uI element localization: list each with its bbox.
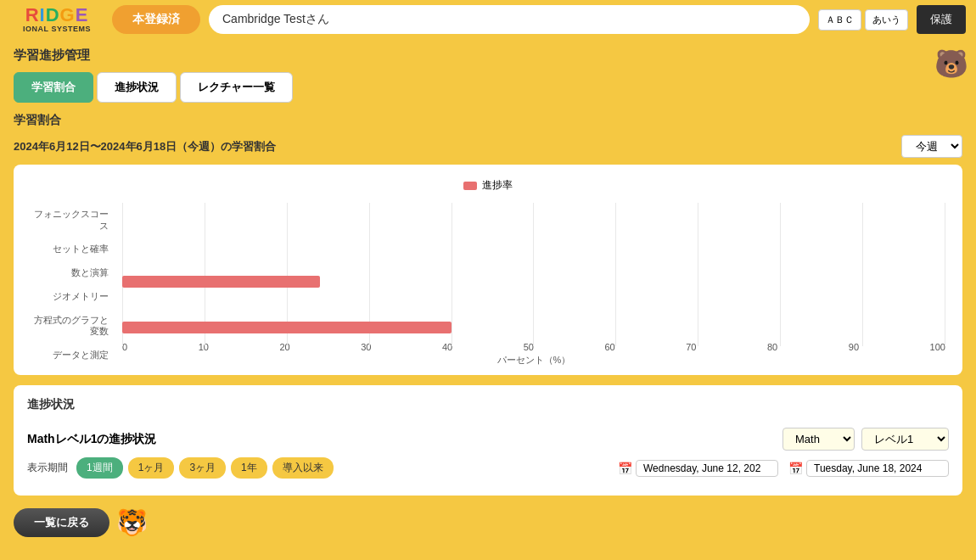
bar-row-4 <box>122 229 945 244</box>
bar-fill-2 <box>122 276 320 288</box>
date-from-input[interactable] <box>636 460 778 477</box>
date-range-text: 2024年6月12日〜2024年6月18日（今週）の学習割合 <box>14 139 276 154</box>
logo-letter-r: R <box>25 4 40 25</box>
back-button[interactable]: 一覧に戻る <box>14 508 109 537</box>
x-label-30: 30 <box>361 342 371 352</box>
logo: RIDGE IONAL SYSTEMS <box>10 6 104 33</box>
progress-header: 進捗状況 <box>27 397 949 419</box>
x-label-0: 0 <box>122 342 127 352</box>
mascot-emoji: 🐯 <box>116 507 148 537</box>
tab-progress[interactable]: 進捗状況 <box>97 72 177 103</box>
date-filter-row: 2024年6月12日〜2024年6月18日（今週）の学習割合 今週 <box>14 135 962 158</box>
progress-subtitle: Mathレベル1の進捗状況 <box>27 432 156 447</box>
subject-select[interactable]: Math <box>782 428 855 451</box>
date-to-item: 📅 <box>788 460 949 477</box>
header: RIDGE IONAL SYSTEMS 本登録済 Cambridge Testさ… <box>0 0 976 39</box>
y-label-6: データと測定 <box>31 350 109 361</box>
x-label-20: 20 <box>279 342 289 352</box>
logo-subtitle: IONAL SYSTEMS <box>23 25 91 33</box>
x-label-60: 60 <box>604 342 614 352</box>
logo-letter-g: G <box>60 4 76 25</box>
progress-panel: 進捗状況 Mathレベル1の進捗状況 Math レベル1 表示期間 1週間 1ヶ… <box>14 385 962 496</box>
page-section-title: 学習進捗管理 <box>14 48 962 64</box>
bar-row-3 <box>122 252 945 267</box>
bar-fill-0 <box>122 322 452 333</box>
bar-row-1 <box>122 297 945 312</box>
period-1month[interactable]: 1ヶ月 <box>128 457 175 479</box>
date-range-row: 📅 📅 <box>618 460 949 477</box>
chart-area: データと測定 方程式のグラフと変数 ジオメトリー 数と演算 セットと確率 フォニ… <box>31 203 945 367</box>
logo-letter-d: D <box>46 4 60 25</box>
date-from-item: 📅 <box>618 460 778 477</box>
legend-label: 進捗率 <box>482 178 513 193</box>
x-label-40: 40 <box>442 342 452 352</box>
x-axis-title: パーセント（%） <box>122 354 945 367</box>
search-text: Cambridge Testさん <box>222 12 796 27</box>
page-content: 🐻 学習進捗管理 学習割合 進捗状況 レクチャー一覧 学習割合 2024年6月1… <box>0 39 976 551</box>
chart-y-labels: データと測定 方程式のグラフと変数 ジオメトリー 数と演算 セットと確率 フォニ… <box>31 203 115 367</box>
tabs-row: 学習割合 進捗状況 レクチャー一覧 <box>14 72 962 103</box>
period-select[interactable]: 今週 <box>901 135 962 158</box>
y-label-5: 方程式のグラフと変数 <box>31 315 109 337</box>
x-label-70: 70 <box>686 342 696 352</box>
progress-section-title: 進捗状況 <box>27 397 75 412</box>
lang-aiueo-button[interactable]: あいう <box>865 9 908 31</box>
tab-study-ratio[interactable]: 学習割合 <box>14 72 93 103</box>
y-label-1: フォニックスコース <box>31 209 109 231</box>
logo-text: RIDGE <box>25 6 89 25</box>
chart-bars-area: 0 10 20 30 40 50 60 70 80 90 100 パーセント（%… <box>122 203 945 367</box>
main-register-button[interactable]: 本登録済 <box>112 5 200 34</box>
y-label-4: ジオメトリー <box>31 291 109 302</box>
date-to-input[interactable] <box>806 460 949 477</box>
chart-legend: 進捗率 <box>31 178 945 193</box>
period-3months[interactable]: 3ヶ月 <box>179 457 226 479</box>
x-label-100: 100 <box>930 342 945 352</box>
x-label-50: 50 <box>524 342 534 352</box>
search-bar: Cambridge Testさん <box>209 5 810 34</box>
legend-color-dot <box>463 182 477 190</box>
calendar-from-icon: 📅 <box>618 462 632 475</box>
bar-row-0 <box>122 320 945 335</box>
x-label-10: 10 <box>199 342 209 352</box>
chart-panel: 進捗率 データと測定 方程式のグラフと変数 ジオメトリー 数と演算 セットと確率… <box>14 165 962 375</box>
bars-container <box>122 203 945 339</box>
logo-letter-e: E <box>76 4 89 25</box>
hokan-button[interactable]: 保護 <box>917 5 966 34</box>
period-buttons-row: 表示期間 1週間 1ヶ月 3ヶ月 1年 導入以来 📅 📅 <box>27 457 949 479</box>
x-label-80: 80 <box>767 342 777 352</box>
x-label-90: 90 <box>849 342 859 352</box>
period-1week[interactable]: 1週間 <box>76 457 123 479</box>
progress-controls: Math レベル1 <box>782 428 949 451</box>
bar-row-5 <box>122 206 945 221</box>
period-since-intro[interactable]: 導入以来 <box>272 457 334 479</box>
period-1year[interactable]: 1年 <box>231 457 267 479</box>
y-label-2: セットと確率 <box>31 244 109 255</box>
chart-x-labels: 0 10 20 30 40 50 60 70 80 90 100 <box>122 342 945 352</box>
bar-row-2 <box>122 274 945 289</box>
logo-letter-i: I <box>40 4 46 25</box>
language-buttons: ＡＢＣ あいう <box>818 9 908 31</box>
avatar-emoji: 🐻 <box>934 48 968 80</box>
study-ratio-subtitle: 学習割合 <box>14 113 962 128</box>
level-select[interactable]: レベル1 <box>861 428 949 451</box>
calendar-to-icon: 📅 <box>788 462 803 475</box>
lang-abc-button[interactable]: ＡＢＣ <box>818 9 861 31</box>
y-label-3: 数と演算 <box>31 267 109 278</box>
main-layout: 🐻 学習進捗管理 学習割合 進捗状況 レクチャー一覧 学習割合 2024年6月1… <box>0 39 976 551</box>
tab-lecture-list[interactable]: レクチャー一覧 <box>180 72 293 103</box>
back-btn-area: 一覧に戻る 🐯 <box>14 502 962 542</box>
period-label: 表示期間 <box>27 461 68 475</box>
character-avatar: 🐻 <box>930 42 973 85</box>
